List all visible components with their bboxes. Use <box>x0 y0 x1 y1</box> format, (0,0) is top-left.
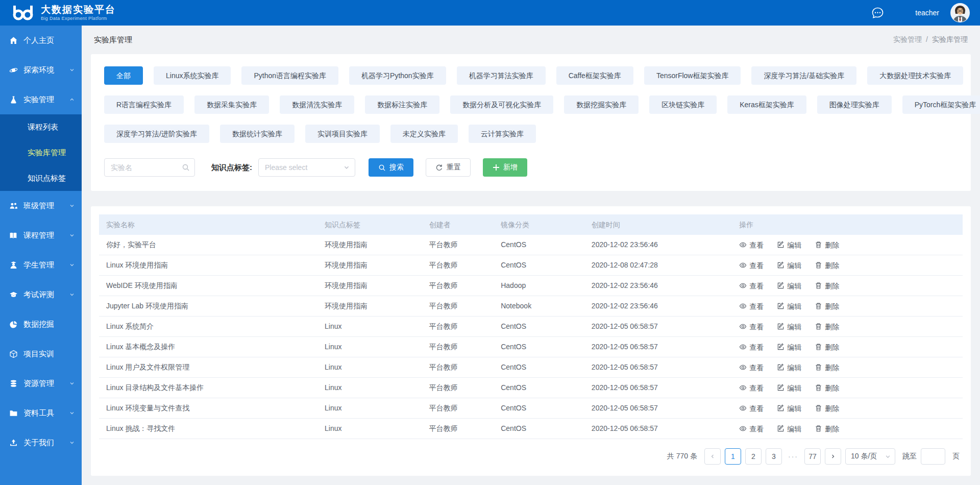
page-title: 实验库管理 <box>94 35 132 45</box>
filter-tag[interactable]: PyTorch框架实验库 <box>902 95 980 114</box>
view-button[interactable]: 查看 <box>739 297 764 316</box>
edit-button[interactable]: 编辑 <box>777 297 801 316</box>
page-button-77[interactable]: 77 <box>804 448 821 465</box>
filter-tag[interactable]: Caffe框架实验库 <box>556 66 633 85</box>
table-row: 你好，实验平台 环境使用指南 平台教师 CentOS 2020-12-02 23… <box>99 235 963 255</box>
tag-all[interactable]: 全部 <box>104 66 143 85</box>
username[interactable]: teacher <box>915 9 939 17</box>
sidebar-item-explore[interactable]: 探索环境 <box>0 55 82 85</box>
page-button-3[interactable]: 3 <box>766 448 782 465</box>
filter-tag[interactable]: 未定义实验库 <box>390 125 458 143</box>
edit-button[interactable]: 编辑 <box>777 378 801 398</box>
filter-tag[interactable]: 数据标注实验库 <box>365 95 439 114</box>
delete-button[interactable]: 删除 <box>815 378 839 398</box>
sidebar-item-project-training[interactable]: 项目实训 <box>0 339 82 369</box>
reset-button[interactable]: 重置 <box>426 158 471 177</box>
edit-button[interactable]: 编辑 <box>777 256 801 275</box>
delete-button[interactable]: 删除 <box>815 256 839 275</box>
view-button[interactable]: 查看 <box>739 358 764 377</box>
delete-button[interactable]: 删除 <box>815 276 839 296</box>
experiment-submenu: 课程列表 实验库管理 知识点标签 <box>0 114 82 191</box>
sidebar-item-label: 实验管理 <box>23 95 69 105</box>
sidebar-item-exam[interactable]: 考试评测 <box>0 280 82 309</box>
edit-button[interactable]: 编辑 <box>777 337 801 357</box>
filter-tag[interactable]: Keras框架实验库 <box>727 95 806 114</box>
filter-tag[interactable]: Python语言编程实验库 <box>241 66 338 85</box>
avatar[interactable] <box>950 3 970 22</box>
sidebar-item-experiment-mgmt[interactable]: 实验管理 <box>0 85 82 114</box>
view-button[interactable]: 查看 <box>739 235 764 255</box>
page-button-2[interactable]: 2 <box>745 448 762 465</box>
breadcrumb-parent[interactable]: 实验管理 <box>893 35 922 44</box>
submenu-course-list[interactable]: 课程列表 <box>0 114 82 140</box>
edit-button[interactable]: 编辑 <box>777 399 801 418</box>
page-size-select[interactable]: 10 条/页 <box>845 448 895 465</box>
prev-page-button[interactable] <box>704 448 721 465</box>
sidebar-item-student-mgmt[interactable]: 学生管理 <box>0 250 82 280</box>
filter-tag[interactable]: 数据清洗实验库 <box>280 95 354 114</box>
filter-tag[interactable]: 大数据处理技术实验库 <box>867 66 963 85</box>
table-row: Linux 目录结构及文件基本操作 Linux 平台教师 CentOS 2020… <box>99 378 963 398</box>
edit-label: 编辑 <box>787 317 801 336</box>
next-page-button[interactable] <box>825 448 841 465</box>
filter-tag[interactable]: TensorFlow框架实验库 <box>644 66 741 85</box>
filter-tag[interactable]: 实训项目实验库 <box>305 125 380 143</box>
view-button[interactable]: 查看 <box>739 419 764 439</box>
view-button[interactable]: 查看 <box>739 256 764 275</box>
delete-button[interactable]: 删除 <box>815 297 839 316</box>
view-button[interactable]: 查看 <box>739 276 764 296</box>
edit-label: 编辑 <box>787 358 801 377</box>
eye-icon <box>739 261 747 269</box>
filter-tag[interactable]: 机器学习算法实验库 <box>457 66 546 85</box>
filter-tag[interactable]: 机器学习Python实验库 <box>349 66 446 85</box>
search-button[interactable]: 搜索 <box>369 158 413 177</box>
delete-button[interactable]: 删除 <box>815 419 839 439</box>
filter-tag[interactable]: 数据统计实验库 <box>220 125 295 143</box>
sidebar-item-course-mgmt[interactable]: 课程管理 <box>0 221 82 250</box>
edit-button[interactable]: 编辑 <box>777 235 801 255</box>
delete-button[interactable]: 删除 <box>815 358 839 377</box>
edit-button[interactable]: 编辑 <box>777 419 801 439</box>
submenu-knowledge-tags[interactable]: 知识点标签 <box>0 165 82 191</box>
delete-button[interactable]: 删除 <box>815 399 839 418</box>
sidebar-item-home[interactable]: 个人主页 <box>0 26 82 55</box>
filter-tag[interactable]: 区块链实验库 <box>649 95 717 114</box>
add-button[interactable]: 新增 <box>483 158 527 177</box>
filter-tag[interactable]: 数据分析及可视化实验库 <box>450 95 553 114</box>
edit-button[interactable]: 编辑 <box>777 276 801 296</box>
delete-button[interactable]: 删除 <box>815 337 839 357</box>
filter-tag[interactable]: 数据采集实验库 <box>194 95 269 114</box>
image-category: CentOS <box>494 357 584 377</box>
view-button[interactable]: 查看 <box>739 317 764 336</box>
submenu-experiment-library[interactable]: 实验库管理 <box>0 140 82 165</box>
class-icon <box>9 202 18 210</box>
more-pages-button[interactable]: ··· <box>786 452 800 460</box>
trash-icon <box>815 425 822 432</box>
sidebar-item-about-us[interactable]: 关于我们 <box>0 428 82 457</box>
view-button[interactable]: 查看 <box>739 378 764 398</box>
delete-button[interactable]: 删除 <box>815 235 839 255</box>
filter-tag[interactable]: 数据挖掘实验库 <box>564 95 639 114</box>
edit-button[interactable]: 编辑 <box>777 358 801 377</box>
edit-button[interactable]: 编辑 <box>777 317 801 336</box>
sidebar-item-resource-mgmt[interactable]: 资源管理 <box>0 369 82 398</box>
filter-tag[interactable]: 云计算实验库 <box>469 125 536 143</box>
sidebar-item-class-mgmt[interactable]: 班级管理 <box>0 191 82 221</box>
filter-tag[interactable]: 深度学习算法/进阶实验库 <box>104 125 209 143</box>
view-button[interactable]: 查看 <box>739 399 764 418</box>
view-button[interactable]: 查看 <box>739 337 764 357</box>
page-button-1[interactable]: 1 <box>725 448 741 465</box>
filter-tag[interactable]: R语言编程实验库 <box>104 95 184 114</box>
delete-label: 删除 <box>825 256 839 275</box>
filter-tag[interactable]: 深度学习算法/基础实验库 <box>751 66 856 85</box>
delete-button[interactable]: 删除 <box>815 317 839 336</box>
sidebar-item-material-tools[interactable]: 资料工具 <box>0 398 82 428</box>
filter-tag[interactable]: 图像处理实验库 <box>817 95 892 114</box>
filter-tag[interactable]: Linux系统实验库 <box>154 66 231 85</box>
jump-page-input[interactable] <box>921 448 945 465</box>
flask-icon <box>9 95 18 104</box>
message-icon[interactable] <box>871 6 885 20</box>
knowledge-tag-select[interactable]: Please select <box>258 158 355 177</box>
column-header: 实验名称 <box>99 214 317 235</box>
sidebar-item-data-mining[interactable]: 数据挖掘 <box>0 309 82 339</box>
